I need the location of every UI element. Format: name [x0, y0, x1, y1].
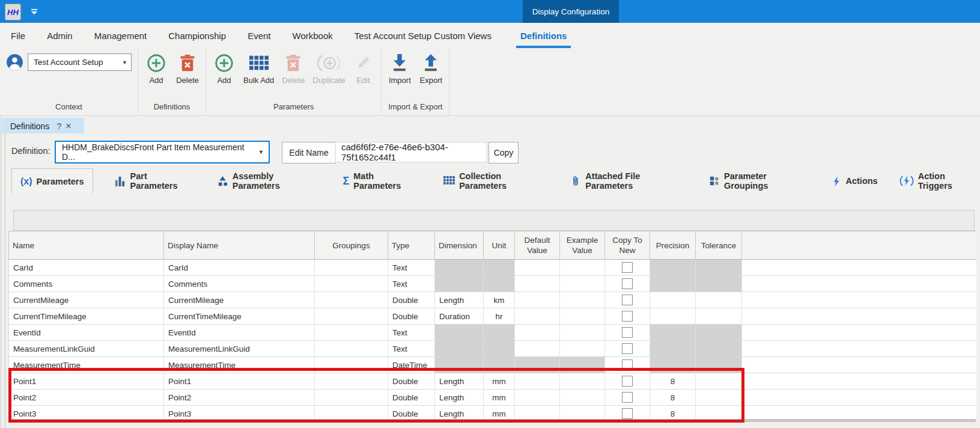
- app-logo-icon[interactable]: HH: [5, 4, 21, 20]
- ribbon-button-add[interactable]: Add: [212, 52, 236, 85]
- column-header-copy-to-new[interactable]: Copy To New: [605, 231, 650, 260]
- table-row[interactable]: Point1Point1DoubleLengthmm8: [9, 373, 976, 390]
- cell-display-name: MeasurementLinkGuid: [164, 341, 315, 357]
- column-header-type[interactable]: Type: [388, 231, 435, 260]
- table-row[interactable]: CommentsCommentsText: [9, 276, 976, 292]
- cell-example-value: [560, 292, 605, 308]
- cell-dimension: [435, 325, 484, 341]
- ribbon-button-delete: Delete: [281, 52, 305, 85]
- cell-example-value: [560, 325, 605, 341]
- tab-part-parameters[interactable]: Part Parameters: [115, 171, 195, 191]
- copy-to-new-checkbox[interactable]: [622, 408, 633, 419]
- tab-collection-parameters[interactable]: Collection Parameters: [443, 171, 549, 191]
- menu-tab-test-account-setup-custom-views[interactable]: Test Account Setup Custom Views: [355, 23, 492, 48]
- context-dropdown[interactable]: Test Account Setup ▼: [28, 54, 132, 71]
- menu-tab-admin[interactable]: Admin: [47, 23, 73, 48]
- tab-parameter-groupings[interactable]: Parameter Groupings: [709, 171, 811, 191]
- cell-filler: [742, 308, 976, 325]
- trash-icon: [178, 52, 196, 75]
- column-header-name[interactable]: Name: [9, 231, 164, 260]
- cell-copy-to-new: [605, 276, 650, 292]
- cell-unit: mm: [484, 373, 515, 390]
- table-row[interactable]: CurrentTimeMileageCurrentTimeMileageDoub…: [9, 308, 976, 325]
- ribbon-button-import[interactable]: Import: [388, 52, 412, 85]
- definition-dropdown[interactable]: HHDM_BrakeDiscsFront Part Item Measureme…: [55, 141, 270, 164]
- copy-to-new-checkbox[interactable]: [622, 392, 633, 403]
- cell-dimension: Duration: [435, 308, 484, 325]
- cell-unit: [484, 276, 515, 292]
- cell-tolerance: [696, 357, 742, 373]
- menu-tab-management[interactable]: Management: [94, 23, 147, 48]
- cell-groupings: [315, 308, 388, 325]
- column-header-tolerance[interactable]: Tolerance: [696, 231, 742, 260]
- tab-attached-file-parameters[interactable]: Attached File Parameters: [570, 171, 687, 191]
- copy-button[interactable]: Copy: [488, 142, 519, 164]
- grid-small-icon: [443, 176, 455, 186]
- tab-label: Actions: [845, 176, 877, 186]
- tab-parameters[interactable]: (x)Parameters: [11, 168, 93, 194]
- table-row[interactable]: MeasurementTimeMeasurementTimeDateTime: [9, 357, 976, 373]
- pencil-icon: [353, 52, 373, 75]
- column-header-precision[interactable]: Precision: [650, 231, 696, 260]
- table-row[interactable]: CurrentMileageCurrentMileageDoubleLength…: [9, 292, 976, 308]
- table-row[interactable]: CarIdCarIdText: [9, 260, 976, 276]
- menu-tab-event[interactable]: Event: [248, 23, 270, 48]
- column-header-groupings[interactable]: Groupings: [315, 231, 388, 260]
- column-header-display-name[interactable]: Display Name: [164, 231, 315, 260]
- help-button[interactable]: ?: [56, 121, 61, 131]
- cell-filler: [742, 292, 976, 308]
- cell-default-value: [515, 341, 560, 357]
- cell-type: Double: [388, 308, 435, 325]
- cell-example-value: [560, 357, 605, 373]
- ribbon-button-delete[interactable]: Delete: [175, 52, 199, 85]
- table-row[interactable]: MeasurementLinkGuidMeasurementLinkGuidTe…: [9, 341, 976, 357]
- cell-name: EventId: [9, 325, 164, 341]
- menu-tab-file[interactable]: File: [11, 23, 25, 48]
- cell-dimension: Length: [435, 292, 484, 308]
- menu-tab-workbook[interactable]: Workbook: [293, 23, 333, 48]
- sigma-icon: Σ: [342, 175, 349, 188]
- table-row[interactable]: EventIdEventIdText: [9, 325, 976, 341]
- customize-toolbar-icon[interactable]: [30, 7, 38, 14]
- copy-to-new-checkbox[interactable]: [622, 262, 633, 273]
- ribbon-button-add[interactable]: Add: [144, 52, 168, 85]
- cell-display-name: CarId: [164, 260, 315, 276]
- cell-type: Text: [388, 260, 435, 276]
- copy-to-new-checkbox[interactable]: [622, 376, 633, 387]
- ribbon-button-export[interactable]: Export: [419, 52, 443, 85]
- copy-to-new-checkbox[interactable]: [622, 327, 633, 338]
- column-header-unit[interactable]: Unit: [484, 231, 515, 260]
- tab-math-parameters[interactable]: ΣMath Parameters: [342, 171, 422, 191]
- copy-to-new-checkbox[interactable]: [622, 278, 633, 289]
- close-icon[interactable]: ×: [65, 121, 71, 132]
- tab-label: Action Triggers: [918, 171, 980, 191]
- menu-tab-championship[interactable]: Championship: [168, 23, 226, 48]
- cell-copy-to-new: [605, 308, 650, 325]
- table-row[interactable]: Point2Point2DoubleLengthmm8: [9, 390, 976, 406]
- doc-tab-definitions[interactable]: Definitions ? ×: [2, 118, 84, 134]
- copy-to-new-checkbox[interactable]: [622, 343, 633, 354]
- tab-action-triggers[interactable]: Action Triggers: [899, 171, 980, 191]
- tab-label: Collection Parameters: [459, 171, 549, 191]
- edit-name-button[interactable]: Edit Name: [282, 142, 336, 164]
- tab-assembly-parameters[interactable]: Assembly Parameters: [217, 171, 321, 191]
- ribbon-button-bulk-add[interactable]: Bulk Add: [243, 52, 274, 85]
- column-header-default-value[interactable]: Default Value: [515, 231, 560, 260]
- menu-tab-definitions[interactable]: Definitions: [520, 23, 567, 48]
- cell-tolerance: [696, 341, 742, 357]
- copy-to-new-checkbox[interactable]: [622, 359, 633, 370]
- cell-type: Text: [388, 276, 435, 292]
- cell-precision: [650, 276, 696, 292]
- ribbon-button-label: Bulk Add: [243, 76, 274, 85]
- copy-to-new-checkbox[interactable]: [622, 295, 633, 305]
- column-header-example-value[interactable]: Example Value: [560, 231, 605, 260]
- copy-to-new-checkbox[interactable]: [622, 311, 633, 322]
- column-header-dimension[interactable]: Dimension: [435, 231, 484, 260]
- cell-tolerance: [696, 276, 742, 292]
- cell-name: CarId: [9, 260, 164, 276]
- column-header-filler: [742, 231, 976, 260]
- cell-display-name: MeasurementTime: [164, 357, 315, 373]
- ribbon-button-label: Import: [389, 76, 411, 85]
- tab-actions[interactable]: Actions: [832, 176, 877, 187]
- cell-unit: km: [484, 292, 515, 308]
